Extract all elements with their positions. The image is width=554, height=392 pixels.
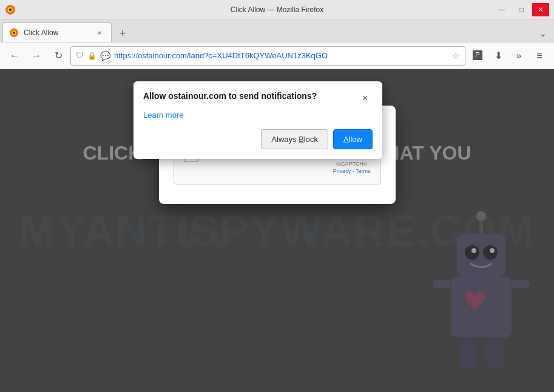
url-text[interactable]: https://ostainour.com/land?c=XU4DtT6kQYW… (114, 51, 448, 60)
menu-button[interactable]: ≡ (530, 46, 549, 66)
popup-header: Allow ostainour.com to send notification… (143, 91, 373, 106)
tab-bar-end: ⌄ (535, 25, 552, 42)
title-bar-controls: — □ ✕ (493, 3, 549, 16)
back-button[interactable]: ← (5, 46, 24, 66)
allow-label: Allow (343, 135, 362, 144)
nav-bar: ← → ↻ 🛡 🔒 💬 https://ostainour.com/land?c… (0, 42, 554, 69)
restore-button[interactable]: □ (513, 3, 530, 16)
svg-point-2 (9, 8, 12, 11)
popup-actions: Always Block Allow (143, 129, 373, 149)
allow-button[interactable]: Allow (333, 129, 373, 149)
browser-window: Click Allow — Mozilla Firefox — □ ✕ Clic… (0, 0, 554, 392)
forward-button[interactable]: → (27, 46, 46, 66)
tab-label: Click Allow (24, 29, 58, 37)
title-bar-left (5, 4, 16, 15)
firefox-logo-icon (5, 4, 16, 15)
popup-close-button[interactable]: × (358, 91, 373, 106)
toolbar-actions: 🅿 ⬇ » ≡ (468, 46, 549, 66)
back-icon: ← (10, 50, 19, 61)
recaptcha-brand-text: reCAPTCHA (336, 161, 367, 167)
overflow-button[interactable]: » (509, 46, 529, 66)
forward-icon: → (32, 50, 41, 61)
tab-close-button[interactable]: × (94, 27, 105, 38)
learn-more-link[interactable]: Learn more (143, 110, 373, 120)
notification-permissions-icon: 💬 (100, 51, 110, 61)
title-bar: Click Allow — Mozilla Firefox — □ ✕ (0, 0, 554, 19)
new-tab-button[interactable]: + (114, 25, 131, 42)
minimize-button[interactable]: — (493, 3, 510, 16)
tab-list-button[interactable]: ⌄ (535, 25, 552, 42)
shield-icon: 🛡 (76, 51, 84, 60)
download-icon: ⬇ (495, 50, 502, 61)
always-block-button[interactable]: Always Block (261, 129, 328, 149)
address-bar[interactable]: 🛡 🔒 💬 https://ostainour.com/land?c=XU4Dt… (70, 46, 465, 66)
popup-title: Allow ostainour.com to send notification… (143, 91, 358, 101)
overflow-icon: » (516, 50, 522, 61)
recaptcha-privacy-link[interactable]: Privacy (333, 168, 351, 174)
lock-icon: 🔒 (87, 52, 96, 60)
tab-favicon-icon (9, 28, 19, 38)
recaptcha-terms-link[interactable]: Terms (356, 168, 371, 174)
tab-bar: Click Allow × + ⌄ (0, 19, 554, 42)
always-block-label: Always Block (271, 135, 318, 144)
download-button[interactable]: ⬇ (488, 46, 508, 66)
close-window-button[interactable]: ✕ (532, 3, 549, 16)
hamburger-icon: ≡ (536, 50, 542, 61)
notification-popup: Allow ostainour.com to send notification… (133, 81, 382, 159)
recaptcha-links: Privacy - Terms (333, 168, 371, 174)
pocket-button[interactable]: 🅿 (468, 46, 487, 66)
reload-icon: ↻ (55, 50, 62, 61)
svg-point-5 (13, 32, 15, 34)
window-title: Click Allow — Mozilla Firefox (231, 5, 323, 14)
active-tab[interactable]: Click Allow × (2, 22, 112, 42)
content-area: MYANTISPYWARE.COM CLICK «ALLOW» TO CONFI… (0, 69, 554, 392)
reload-button[interactable]: ↻ (49, 46, 68, 66)
pocket-icon: 🅿 (473, 50, 482, 61)
bookmark-icon[interactable]: ☆ (452, 51, 460, 61)
